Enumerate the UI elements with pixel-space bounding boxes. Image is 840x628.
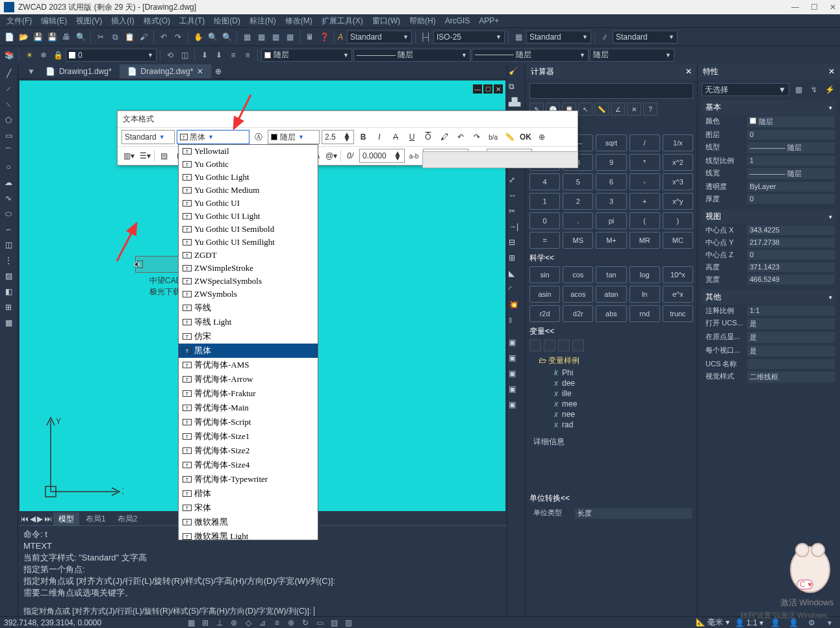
extend-icon[interactable]: →| — [509, 222, 523, 236]
prop-row[interactable]: 每个视口...是 — [702, 344, 836, 358]
revcloud-icon[interactable]: ☁ — [1, 175, 16, 190]
font-option[interactable]: T菁优海体-Typewriter — [179, 472, 318, 486]
cycle-toggle[interactable]: ↻ — [299, 616, 312, 629]
mirror-icon[interactable]: ▟▙ — [509, 97, 523, 112]
block-icon[interactable]: ◫ — [1, 238, 16, 252]
table-icon[interactable]: ▦ — [1, 316, 16, 330]
calc-key[interactable]: MC — [663, 232, 693, 249]
var-item[interactable]: xille — [529, 388, 693, 399]
var-item[interactable]: xdee — [529, 378, 693, 388]
font-option[interactable]: T菁优海体-Size2 — [179, 444, 318, 458]
new-tab-icon[interactable]: ⊕ — [215, 67, 222, 76]
tablestyle-icon[interactable]: ▦ — [512, 31, 525, 44]
grid2-icon[interactable]: ▦ — [255, 31, 268, 44]
oblique-input[interactable]: 0.0000▲▼ — [359, 149, 405, 163]
font-option[interactable]: T菁优海体-AMS — [179, 358, 318, 372]
zoom2-icon[interactable]: 🔍 — [220, 31, 233, 44]
align-left-icon[interactable]: ▤ — [157, 149, 171, 163]
rect-icon[interactable]: ▭ — [1, 129, 16, 143]
ann2-toggle[interactable]: ▥ — [342, 616, 355, 629]
var-item[interactable]: xnee — [529, 409, 693, 420]
var-item[interactable]: xrad — [529, 420, 693, 430]
prop-section-basic[interactable]: 基本▾ — [702, 100, 836, 115]
font-option[interactable]: T菁优海体-Fraktur — [179, 386, 318, 401]
copy2-icon[interactable]: ⧉ — [509, 82, 523, 96]
layout-tab-model[interactable]: 模型 — [53, 512, 79, 526]
calc-key[interactable]: abs — [596, 305, 626, 322]
prop-row[interactable]: 线型比例1 — [702, 155, 836, 167]
layer-match-icon[interactable]: ⬇ — [212, 49, 225, 62]
font-option[interactable]: T菁优海体-Script — [179, 415, 318, 429]
menu-item[interactable]: 窗口(W) — [368, 14, 404, 28]
modify-e-icon[interactable]: ▣ — [509, 400, 523, 414]
prop-row[interactable]: 图层0 — [702, 129, 836, 141]
zoom-icon[interactable]: 🔍 — [206, 31, 219, 44]
preview-icon[interactable]: 🔍 — [74, 31, 87, 44]
font-combo[interactable]: T黑体▼ — [177, 130, 249, 144]
menu-item[interactable]: 帮助(H) — [405, 14, 440, 28]
dyn-toggle[interactable]: ⊕ — [285, 616, 298, 629]
calc-key[interactable]: log — [630, 266, 660, 283]
menu-item[interactable]: 格式(O) — [140, 14, 174, 28]
layer-combo[interactable]: 0▼ — [66, 49, 157, 62]
var-new-icon[interactable] — [529, 340, 541, 351]
prop-row[interactable]: 厚度0 — [702, 193, 836, 205]
layout-tab-1[interactable]: 布局1 — [81, 512, 111, 526]
prop-row[interactable]: 线型————— 随层 — [702, 141, 836, 155]
font-option[interactable]: T菁优海体-Size4 — [179, 458, 318, 472]
font-option[interactable]: T等线 — [179, 301, 318, 315]
calc-key[interactable]: + — [630, 193, 660, 210]
layer-lock-icon[interactable]: 🔒 — [51, 49, 64, 62]
text-height-input[interactable]: 2.5▲▼ — [322, 130, 354, 144]
calc-unit-header[interactable]: 单位转换<< — [529, 493, 693, 504]
snap-toggle[interactable]: ▦ — [185, 616, 197, 629]
modify-d-icon[interactable]: ▣ — [509, 384, 523, 399]
calc-sci-header[interactable]: 科学<< — [529, 253, 693, 264]
maximize-button[interactable]: ☐ — [811, 3, 818, 12]
calc-key[interactable]: ( — [630, 212, 660, 229]
calc-dist-icon[interactable]: 📏 — [594, 103, 609, 116]
text-style-combo[interactable]: Standard▼ — [121, 130, 175, 144]
font-option[interactable]: T菁优海体-Size1 — [179, 429, 318, 444]
columns-icon[interactable]: ▥▾ — [121, 149, 136, 163]
mtext-line1[interactable]: 中望CAD — [149, 275, 181, 286]
pan-icon[interactable]: ✋ — [192, 31, 205, 44]
prop-row[interactable]: 在原点显...是 — [702, 331, 836, 344]
copy-icon[interactable]: ⧉ — [108, 31, 121, 44]
stack-icon[interactable]: b/a — [486, 130, 500, 144]
var-del-icon[interactable] — [558, 340, 570, 351]
calc-getpt-icon[interactable]: ↖ — [578, 103, 592, 116]
prop-row[interactable]: 透明度ByLayer — [702, 181, 836, 193]
layer-iso-icon[interactable]: ◫ — [178, 49, 191, 62]
calc-key[interactable]: / — [630, 134, 660, 151]
status-units[interactable]: 📐 毫米 ▾ — [696, 617, 730, 628]
calc-icon[interactable]: 🖩 — [303, 31, 316, 44]
layer-state-icon[interactable]: ☀ — [23, 49, 36, 62]
layer-walk-icon[interactable]: ≡ — [227, 49, 240, 62]
open-icon[interactable]: 📂 — [17, 31, 30, 44]
pline-icon[interactable]: ⟍ — [1, 97, 16, 112]
highlight-icon[interactable]: 🖍 — [437, 130, 452, 144]
var-edit-icon[interactable] — [544, 340, 555, 351]
calc-key[interactable]: * — [630, 154, 660, 171]
calculator-close-icon[interactable]: ✕ — [685, 67, 692, 76]
fillet-icon[interactable]: ◜ — [509, 284, 523, 299]
prop-row[interactable]: 线宽————— 随层 — [702, 167, 836, 181]
dimstyle-icon[interactable]: ├┤ — [419, 31, 432, 44]
font-option[interactable]: TZGDT — [179, 249, 318, 262]
font-option[interactable]: T仿宋 — [179, 329, 318, 344]
calc-key[interactable]: acos — [563, 286, 593, 303]
font-option[interactable]: TYu Gothic UI Semibold — [179, 223, 318, 236]
layout-nav-last[interactable]: ⏭ — [44, 514, 52, 523]
new-icon[interactable]: 📄 — [3, 31, 16, 44]
chamfer-icon[interactable]: ◣ — [509, 269, 523, 283]
plot-icon[interactable]: 🖶 — [60, 31, 73, 44]
font-option[interactable]: T楷体 — [179, 486, 318, 501]
font-option[interactable]: T菁优海体-Arrow — [179, 372, 318, 386]
align-icon[interactable]: ⫴ — [509, 316, 523, 330]
font-dropdown[interactable]: TYellowtailTYu GothicTYu Gothic LightTYu… — [178, 144, 318, 540]
layout-nav-prev[interactable]: ◀ — [30, 514, 36, 523]
font-option[interactable]: TYu Gothic UI Light — [179, 210, 318, 223]
properties-close-icon[interactable]: ✕ — [828, 67, 835, 76]
gradient-icon[interactable]: ◧ — [1, 284, 16, 299]
